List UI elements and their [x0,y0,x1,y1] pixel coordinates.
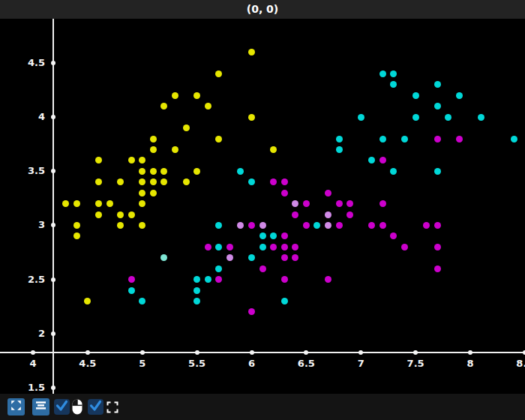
scatter-point-magenta [281,232,288,239]
scatter-point-magenta [380,222,386,229]
scatter-point-yellow [117,178,124,185]
scatter-point-magenta [303,222,310,229]
y-tick-dot [51,386,56,390]
fullscreen-corners-icon[interactable] [106,401,118,413]
scatter-point-yellow [95,200,102,207]
scatter-point-magenta [434,266,441,272]
scatter-point-magenta [434,136,441,142]
scatter-point-cyan [248,254,255,261]
scatter-point-magenta [380,157,386,164]
x-tick-label: 7.5 [407,358,424,369]
scatter-point-yellow [150,190,157,196]
y-tick-label: 1.5 [6,382,45,393]
x-tick-label: 8.5 [516,358,525,369]
scatter-point-cyan [434,81,441,88]
x-tick-dot [86,350,90,355]
y-tick-dot [51,115,56,119]
scatter-point-magenta [434,244,441,250]
scatter-point-magenta [336,200,343,207]
scatter-point-magenta [205,244,212,250]
scatter-point-cyan [139,298,146,304]
scatter-point-yellow [150,136,157,142]
scatter-point-pale-turquoise [160,254,167,261]
scatter-point-magenta [423,222,430,229]
scatter-point-yellow [74,232,80,239]
scatter-point-yellow [117,222,124,229]
scatter-point-magenta [281,178,288,185]
scatter-point-yellow [62,200,69,207]
x-tick-dot [195,350,200,355]
scatter-point-cyan [194,276,200,283]
scatter-point-yellow [84,298,91,304]
scatter-point-yellow [95,212,102,218]
scatter-point-plum [325,222,332,229]
scatter-point-magenta [336,222,343,229]
scatter-point-cyan [358,114,364,121]
scatter-point-magenta [401,244,408,250]
y-tick-dot [51,61,56,65]
expand-arrows-icon [10,400,22,414]
scatter-point-cyan [511,136,518,142]
expand-button[interactable] [8,398,25,416]
scatter-point-magenta [128,276,135,283]
checkbox-2[interactable] [88,399,104,415]
x-tick-label: 6 [248,358,255,369]
y-tick-label: 2 [6,328,45,339]
title-bar: (0, 0) [0,0,525,19]
scatter-point-yellow [160,103,167,110]
scatter-point-magenta [215,276,222,283]
scatter-point-cyan [401,136,408,142]
scatter-point-yellow [160,178,167,185]
scatter-point-magenta [248,308,255,315]
scatter-point-cyan [412,92,419,99]
scatter-point-magenta [270,178,277,185]
scatter-point-yellow [248,114,255,121]
scatter-point-magenta [325,190,332,196]
plot-area[interactable]: 44.555.566.577.588.54.543.532.521.5 [0,0,525,420]
x-tick-dot [304,350,308,355]
plot-viewer-window: 44.555.566.577.588.54.543.532.521.5 (0, … [0,0,525,420]
align-lines-button[interactable] [32,398,50,416]
x-tick-label: 7 [358,358,364,369]
x-tick-dot [31,350,35,355]
scatter-point-plum [292,200,298,207]
scatter-point-cyan [434,103,441,110]
scatter-point-yellow [183,178,190,185]
scatter-point-cyan [380,70,386,77]
scatter-point-magenta [390,232,397,239]
x-tick-dot [468,350,472,355]
scatter-point-yellow [172,146,178,153]
scatter-point-yellow [183,124,190,131]
cursor-coordinates-readout: (0, 0) [0,0,525,19]
align-center-lines-icon [35,400,46,414]
scatter-point-yellow [150,146,157,153]
scatter-point-cyan [445,114,452,121]
scatter-point-magenta [292,244,298,250]
scatter-point-cyan [270,232,277,239]
checkbox-1[interactable] [54,399,70,415]
y-tick-label: 4 [6,111,45,122]
x-tick-label: 4.5 [79,358,96,369]
scatter-point-yellow [194,92,200,99]
scatter-point-cyan [314,222,320,229]
scatter-point-magenta [281,190,288,196]
scatter-point-yellow [139,157,146,164]
scatter-point-cyan [205,276,212,283]
scatter-point-magenta [456,136,463,142]
x-axis-line [0,352,525,353]
scatter-point-cyan [215,244,222,250]
scatter-point-yellow [160,168,167,175]
scatter-point-magenta [303,200,310,207]
toolbar [0,394,525,420]
scatter-point-cyan [336,136,343,142]
scatter-point-plum [226,254,233,261]
scatter-point-yellow [172,92,178,99]
scatter-point-cyan [390,70,397,77]
scatter-point-yellow [95,178,102,185]
scatter-point-magenta [292,254,298,261]
scatter-point-cyan [194,287,200,294]
mouse-icon [72,399,82,415]
scatter-point-cyan [194,298,200,304]
scatter-point-yellow [139,222,146,229]
y-tick-dot [51,332,56,336]
